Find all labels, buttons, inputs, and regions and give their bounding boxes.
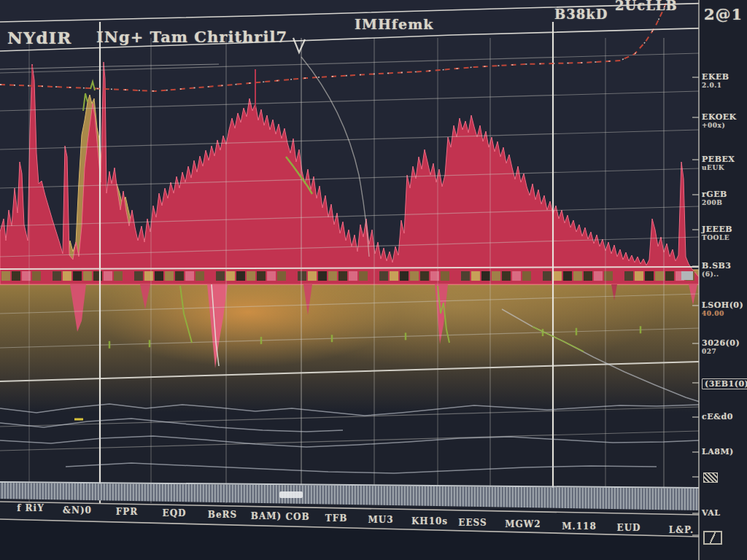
- price-axis[interactable]: EKEB2.0.1EKOEK+00x)PEBEXuEUKrGEB200BJEEE…: [699, 0, 747, 560]
- hatch-icon: [703, 472, 718, 483]
- x-axis-label: L&P.: [669, 525, 694, 535]
- x-axis-label: TFB: [325, 513, 348, 524]
- y-axis-label: (3EB1(0): [702, 378, 747, 389]
- x-axis-label: BAM): [251, 511, 282, 521]
- x-axis-label: EUD: [616, 523, 640, 533]
- x-axis-label: BeRS: [208, 510, 237, 520]
- chart-canvas[interactable]: [0, 0, 747, 560]
- y-axis-label: LSOH(0)40.00: [702, 301, 743, 318]
- chart-title: INg+ Tam Chrithril7: [96, 28, 287, 46]
- x-axis-label: COB: [285, 512, 309, 522]
- y-axis-label: EKEB2.0.1: [702, 73, 729, 90]
- x-axis-label: FPR: [116, 507, 139, 517]
- x-axis-label: KH10s: [411, 516, 448, 526]
- y-axis-label: JEEEBTOOLE: [702, 225, 732, 242]
- time-axis[interactable]: [0, 500, 699, 538]
- y-axis-label: 3026(0)027: [702, 339, 740, 356]
- x-axis-label: EESS: [458, 518, 487, 528]
- header-center-label: IMHfemk: [355, 16, 433, 32]
- y-axis-label: cE&d0: [702, 413, 733, 421]
- box-icon: [703, 531, 722, 545]
- y-axis-label: PEBEXuEUK: [702, 155, 735, 172]
- x-axis-label: f RiY: [17, 503, 44, 513]
- ticker-symbol: NYdIR: [7, 28, 71, 47]
- x-axis-label: EQD: [162, 508, 186, 518]
- scroll-thumb[interactable]: [279, 491, 303, 498]
- y-axis-label: LA8M): [702, 448, 734, 456]
- y-axis-label: EKOEK+00x): [702, 113, 737, 130]
- y-axis-label: B.SB3(6)..: [702, 262, 732, 279]
- x-axis-label: M.118: [562, 521, 597, 532]
- x-axis-label: MU3: [368, 515, 393, 525]
- y-axis-label: rGEB200B: [702, 190, 727, 207]
- trading-chart-screen: NYdIR INg+ Tam Chrithril7 IMHfemk B38kD …: [0, 0, 747, 560]
- header-center-value: B38kD: [554, 7, 608, 22]
- header-right-label: 2UcLLB: [615, 0, 678, 13]
- y-axis-label: VAL: [702, 509, 720, 517]
- x-axis-label: MGW2: [505, 519, 541, 529]
- x-axis-label: &N)0: [63, 505, 92, 516]
